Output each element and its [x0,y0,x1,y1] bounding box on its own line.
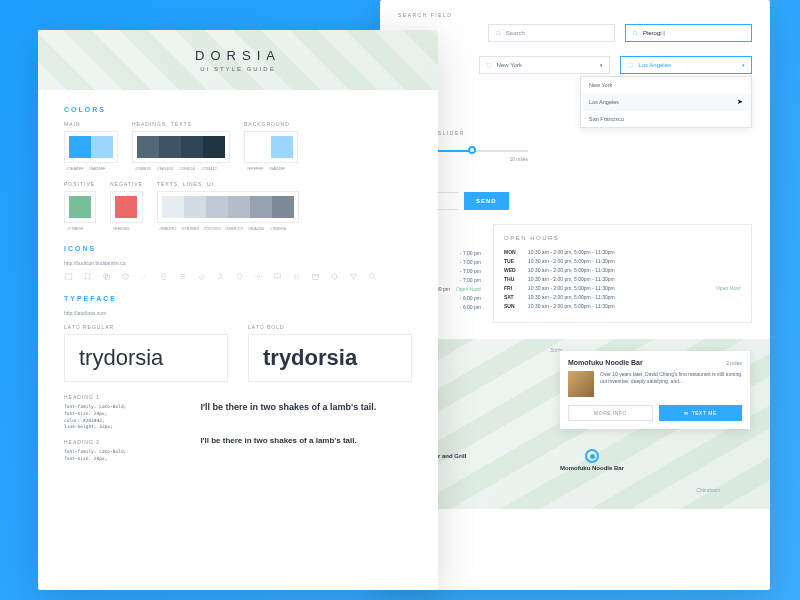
dropdown-option[interactable]: Los Angeles➤ [581,93,751,111]
clock-icon [121,272,130,281]
calendar-icon [311,272,320,281]
svg-line-3 [636,34,637,35]
hours-row: MON10:30 am - 2:00 pm, 5:00pm - 11:30pm [504,249,741,255]
color-swatch [228,196,250,218]
hours-row: FRI10:30 am - 2:00 pm, 5:00pm - 11:30pmO… [504,285,741,291]
swatch-hex: #2EABFF [64,166,86,171]
map-area-label: Chinatown [696,487,720,493]
color-group-headings: HEADINGS, TEXTS #536876#3E5463#2F4656#20… [132,121,230,171]
swatch-hex: #B3BCC9 [223,226,245,231]
svg-rect-7 [104,274,108,278]
svg-rect-6 [65,274,72,279]
swatch-hex: #77BE99 [64,226,86,231]
sample-heading-1: I'll be there in two shakes of a lamb's … [200,402,412,412]
text-me-button[interactable]: ✉TEXT ME [659,405,742,421]
menu-icon [178,272,187,281]
typeface-section-title: TYPEFACE [64,295,412,302]
search-field-label: SEARCH FIELD [398,12,752,18]
colors-section-title: COLORS [64,106,412,113]
user-icon [216,272,225,281]
swatch-hex: #9AD6FF [266,166,288,171]
slider-handle-max[interactable] [468,146,476,154]
hours-row: SAT10:30 am - 2:00 pm, 5:00pm - 11:30pm [504,294,741,300]
svg-rect-4 [487,63,491,68]
typeface-source-link[interactable]: http://latofonts.com [64,310,412,316]
components-panel: SEARCH FIELD Search Pierogi | New York ▾… [380,0,770,590]
color-group-negative: NEGATIVE #EE6969 [110,181,143,231]
chat-icon [273,272,282,281]
color-swatch [249,136,271,158]
heading-1-spec: font-family: Lato-Bold; font-size: 24px;… [64,404,180,431]
phone-icon: ✉ [684,410,689,416]
dropdown-option[interactable]: San Francisco [581,111,751,127]
dropdown-menu: New York Los Angeles➤ San Francisco [580,76,752,128]
link-icon [140,272,149,281]
hours-row: WED10:30 am - 2:00 pm, 5:00pm - 11:30pm [504,267,741,273]
search-icon [495,30,502,37]
color-swatch [203,136,225,158]
icons-section-title: ICONS [64,245,412,252]
card-distance: 2 miles [726,360,742,366]
search-input-filled[interactable]: Pierogi | [625,24,752,42]
swatch-hex: #96A2B0 [245,226,267,231]
header-map: DORSIA UI STYLE GUIDE [38,30,438,90]
pin-icon [235,272,244,281]
brand-subtitle: UI STYLE GUIDE [200,66,275,72]
swatch-hex: #203442 [198,166,220,171]
type-bold-group: LATO BOLD trydorsia [248,324,412,382]
swatch-hex: #9AD6FF [86,166,108,171]
image-icon [64,272,73,281]
sample-heading-2: I'll be there in two shakes of a lamb's … [200,436,412,445]
svg-point-15 [370,274,375,279]
type-sample-bold: trydorsia [263,345,397,371]
svg-point-2 [633,31,637,35]
dropdown-option[interactable]: New York [581,77,751,93]
swatch-hex: #D3DBE3 [179,226,201,231]
type-sample-regular: trydorsia [79,345,213,371]
heading-2-spec: font-family: Lato-Bold; font-size: 20px; [64,449,180,463]
color-swatch [91,136,113,158]
icons-source-link[interactable]: http://budicon.buditanrim.co [64,260,412,266]
color-swatch [137,136,159,158]
svg-point-11 [219,274,221,276]
color-group-main: MAIN #2EABFF#9AD6FF [64,121,118,171]
swatch-hex: #3E5463 [154,166,176,171]
color-group-background: BACKGROUND #FFFFFF#9AD6FF [244,121,298,171]
svg-point-0 [496,31,500,35]
more-info-button[interactable]: MORE INFO [568,405,653,421]
hours-row: THU10:30 am - 2:00 pm, 5:00pm - 11:30pm [504,276,741,282]
send-button[interactable]: SEND [464,192,509,210]
color-swatch [69,196,91,218]
svg-point-12 [257,275,259,277]
hours-row: SUN10:30 am - 2:00 pm, 5:00pm - 11:30pm [504,303,741,309]
icon-set [64,272,412,281]
distance-slider-label: DISTANCE SLIDER [398,130,752,136]
card-thumbnail [568,371,594,397]
swatch-hex: #E8EDF2 [157,226,179,231]
color-swatch [272,196,294,218]
swatch-hex: #C0C9D5 [201,226,223,231]
city-dropdown-1[interactable]: New York ▾ [479,56,611,74]
style-guide-panel: DORSIA UI STYLE GUIDE COLORS MAIN #2EABF… [38,30,438,590]
map-view[interactable]: SoHo Chinatown Gotham Bar and Grill Momo… [380,339,770,509]
search-icon [632,30,639,37]
svg-rect-8 [105,275,109,279]
svg-rect-13 [313,274,319,279]
chevron-down-icon: ▾ [600,62,603,68]
color-swatch [271,136,293,158]
city-dropdown-2[interactable]: Los Angeles ▾ [620,56,752,74]
search-input-empty[interactable]: Search [488,24,615,42]
search-icon [368,272,377,281]
card-title: Momofuku Noodle Bar [568,359,643,366]
color-swatch [115,196,137,218]
map-poi[interactable]: Momofuku Noodle Bar [560,447,624,471]
map-info-card: Momofuku Noodle Bar 2 miles Over 10 year… [560,351,750,429]
crosshair-icon [330,272,339,281]
chevron-down-icon: ▾ [742,62,745,68]
color-swatch [250,196,272,218]
open-hours-box: OPEN HOURS MON10:30 am - 2:00 pm, 5:00pm… [493,224,752,323]
svg-rect-5 [629,63,633,68]
poi-marker-icon [585,449,599,463]
copy-icon [102,272,111,281]
color-swatch [181,136,203,158]
